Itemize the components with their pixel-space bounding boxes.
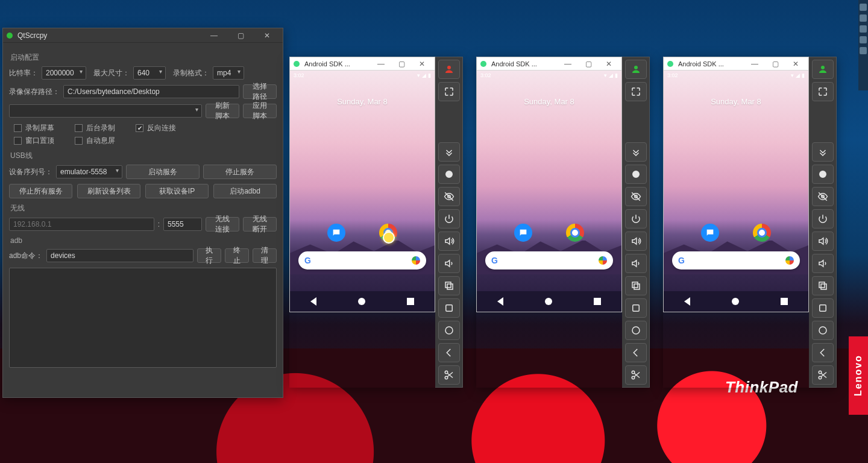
volume-up-icon[interactable] (812, 232, 834, 251)
choose-path-button[interactable]: 选择路径 (243, 84, 277, 99)
scissors-icon[interactable] (438, 365, 460, 385)
expand-icon[interactable] (625, 82, 647, 101)
messages-app-icon[interactable] (514, 224, 532, 242)
wireless-ip-input[interactable] (9, 218, 154, 231)
adb-term-button[interactable]: 终止 (225, 248, 249, 263)
window-maximize[interactable]: ▢ (227, 28, 254, 43)
volume-down-icon[interactable] (625, 254, 647, 273)
maxsize-select[interactable] (133, 66, 166, 80)
back-icon[interactable] (625, 343, 647, 362)
scissors-icon[interactable] (812, 365, 834, 385)
nav-recent-button[interactable] (594, 298, 601, 305)
phone-titlebar[interactable]: Android SDK ... ― ▢ ✕ (290, 57, 435, 71)
visibility-off-icon[interactable] (625, 187, 647, 206)
home-icon[interactable] (438, 321, 460, 340)
window-close[interactable]: ✕ (412, 57, 432, 71)
power-icon[interactable] (438, 209, 460, 228)
wireless-disconnect-button[interactable]: 无线断开 (243, 217, 277, 232)
wireless-connect-button[interactable]: 无线连接 (206, 217, 239, 232)
adbcmd-input[interactable] (46, 249, 193, 262)
nav-home-button[interactable] (732, 298, 739, 305)
nav-back-button[interactable] (497, 297, 503, 306)
cb-bgrec[interactable] (75, 124, 83, 132)
phone-titlebar[interactable]: Android SDK ... ― ▢ ✕ (664, 57, 808, 71)
start-adbd-button[interactable]: 启动adbd (213, 184, 277, 198)
volume-down-icon[interactable] (438, 254, 460, 273)
nav-recent-button[interactable] (407, 298, 414, 305)
dropdown-chevron-icon[interactable] (625, 142, 647, 162)
adb-clear-button[interactable]: 清理 (253, 248, 277, 263)
overview-icon[interactable] (438, 298, 460, 318)
phone-screen[interactable]: 3:02 ▾ ◢ ▮ Sunday, Mar 8 G (664, 71, 808, 312)
assistant-icon[interactable] (599, 256, 607, 265)
window-maximize[interactable]: ▢ (391, 57, 412, 71)
refresh-script-button[interactable]: 刷新脚本 (206, 104, 239, 118)
phone-titlebar[interactable]: Android SDK ... ― ▢ ✕ (477, 57, 621, 71)
google-search-bar[interactable]: G (298, 251, 426, 269)
record-icon[interactable] (625, 165, 647, 184)
expand-icon[interactable] (438, 82, 460, 101)
cb-topmost[interactable] (14, 137, 22, 145)
expand-icon[interactable] (812, 82, 834, 101)
volume-up-icon[interactable] (438, 232, 460, 251)
window-minimize[interactable]: ― (371, 57, 391, 71)
nav-back-button[interactable] (310, 297, 316, 306)
record-icon[interactable] (438, 165, 460, 184)
nav-home-button[interactable] (545, 298, 552, 305)
apply-script-button[interactable]: 应用脚本 (243, 104, 277, 118)
window-minimize[interactable]: ― (558, 57, 578, 71)
status-icon[interactable] (438, 60, 460, 79)
script-select[interactable] (9, 104, 202, 118)
assistant-icon[interactable] (785, 256, 794, 265)
refresh-devices-button[interactable]: 刷新设备列表 (77, 184, 140, 198)
chrome-app-icon[interactable] (566, 224, 584, 242)
stop-service-button[interactable]: 停止服务 (203, 165, 277, 179)
volume-down-icon[interactable] (812, 254, 834, 273)
chrome-app-icon[interactable] (753, 224, 771, 242)
status-icon[interactable] (812, 60, 834, 79)
status-icon[interactable] (625, 60, 647, 79)
window-close[interactable]: ✕ (599, 57, 619, 71)
power-icon[interactable] (812, 209, 834, 228)
cb-autoclose[interactable] (75, 137, 83, 145)
visibility-off-icon[interactable] (812, 187, 834, 206)
dropdown-chevron-icon[interactable] (812, 142, 834, 162)
phone-screen[interactable]: 3:02 ▾ ◢ ▮ Sunday, Mar 8 G (477, 71, 621, 312)
cb-recscreen[interactable] (14, 124, 22, 132)
window-maximize[interactable]: ▢ (765, 57, 785, 71)
recpath-input[interactable] (63, 85, 239, 98)
serial-select[interactable] (56, 165, 122, 178)
nav-back-button[interactable] (684, 297, 690, 306)
nav-recent-button[interactable] (781, 298, 788, 305)
get-ip-button[interactable]: 获取设备IP (145, 184, 209, 198)
qtscrcpy-titlebar[interactable]: QtScrcpy ― ▢ ✕ (3, 28, 283, 43)
assistant-icon[interactable] (412, 256, 420, 265)
google-search-bar[interactable]: G (485, 251, 613, 269)
start-service-button[interactable]: 启动服务 (126, 165, 200, 179)
scissors-icon[interactable] (625, 365, 647, 385)
back-icon[interactable] (812, 343, 834, 362)
dropdown-chevron-icon[interactable] (438, 142, 460, 162)
adb-output-console[interactable] (9, 268, 277, 368)
home-icon[interactable] (625, 321, 647, 340)
window-minimize[interactable]: ― (201, 28, 227, 43)
window-maximize[interactable]: ▢ (578, 57, 599, 71)
adb-exec-button[interactable]: 执行 (197, 248, 221, 263)
window-close[interactable]: ✕ (785, 57, 806, 71)
bitrate-select[interactable] (42, 66, 86, 80)
copy-icon[interactable] (812, 276, 834, 295)
phone-screen[interactable]: 3:02 ▾ ◢ ▮ Sunday, Mar 8 G (290, 71, 435, 312)
window-close[interactable]: ✕ (254, 28, 280, 43)
back-icon[interactable] (438, 343, 460, 362)
wireless-port-input[interactable] (163, 218, 202, 231)
record-icon[interactable] (812, 165, 834, 184)
stop-all-button[interactable]: 停止所有服务 (9, 184, 72, 198)
window-minimize[interactable]: ― (744, 57, 765, 71)
nav-home-button[interactable] (358, 298, 365, 305)
copy-icon[interactable] (625, 276, 647, 295)
overview-icon[interactable] (625, 298, 647, 318)
messages-app-icon[interactable] (701, 224, 719, 242)
copy-icon[interactable] (438, 276, 460, 295)
messages-app-icon[interactable] (327, 224, 345, 242)
home-icon[interactable] (812, 321, 834, 340)
